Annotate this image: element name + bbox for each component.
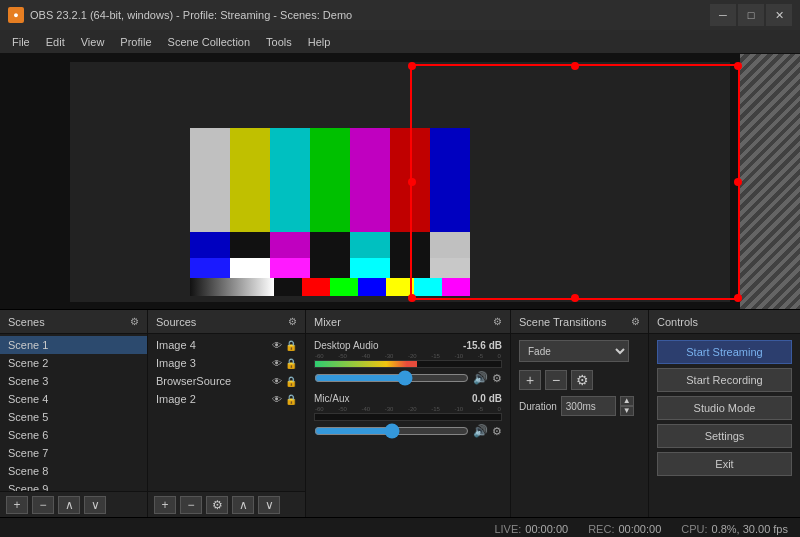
mixer-panel: Mixer ⚙ Desktop Audio -15.6 dB -60-50-40… <box>306 310 511 517</box>
eye-icon[interactable]: 👁 <box>272 358 282 369</box>
sources-panel: Sources ⚙ Image 4 👁 🔒 Image 3 👁 🔒 Browse… <box>148 310 306 517</box>
lock-icon[interactable]: 🔒 <box>285 394 297 405</box>
sources-list: Image 4 👁 🔒 Image 3 👁 🔒 BrowserSource 👁 … <box>148 334 305 491</box>
transition-settings-button[interactable]: ⚙ <box>571 370 593 390</box>
move-scene-down-button[interactable]: ∨ <box>84 496 106 514</box>
desktop-audio-db: -15.6 dB <box>463 340 502 351</box>
sources-footer: + − ⚙ ∧ ∨ <box>148 491 305 517</box>
titlebar: ● OBS 23.2.1 (64-bit, windows) - Profile… <box>0 0 800 30</box>
menu-edit[interactable]: Edit <box>38 31 73 53</box>
source-settings-button[interactable]: ⚙ <box>206 496 228 514</box>
meter-ticks: -60-50-40-30-20-15-10-50 <box>314 353 502 359</box>
scenes-footer: + − ∧ ∨ <box>0 491 147 517</box>
list-item[interactable]: Scene 7 <box>0 444 147 462</box>
duration-input[interactable] <box>561 396 616 416</box>
desktop-audio-label: Desktop Audio <box>314 340 379 351</box>
mic-aux-slider[interactable] <box>314 425 469 437</box>
list-item[interactable]: Scene 2 <box>0 354 147 372</box>
list-item[interactable]: Scene 1 <box>0 336 147 354</box>
desktop-audio-mute-button[interactable]: 🔊 <box>473 371 488 385</box>
cpu-label: CPU: <box>681 523 707 535</box>
sources-panel-icon[interactable]: ⚙ <box>288 316 297 327</box>
hatch-pattern <box>740 54 800 310</box>
remove-scene-button[interactable]: − <box>32 496 54 514</box>
preview-area <box>0 54 800 310</box>
remove-transition-button[interactable]: − <box>545 370 567 390</box>
controls-panel-header: Controls <box>649 310 800 334</box>
cpu-status: CPU: 0.8%, 30.00 fps <box>681 523 788 535</box>
transitions-panel-title: Scene Transitions <box>519 316 606 328</box>
minimize-button[interactable]: ─ <box>710 4 736 26</box>
rec-value: 00:00:00 <box>618 523 661 535</box>
exit-button[interactable]: Exit <box>657 452 792 476</box>
move-source-up-button[interactable]: ∧ <box>232 496 254 514</box>
statusbar: LIVE: 00:00:00 REC: 00:00:00 CPU: 0.8%, … <box>0 517 800 537</box>
list-item[interactable]: Image 2 👁 🔒 <box>148 390 305 408</box>
list-item[interactable]: BrowserSource 👁 🔒 <box>148 372 305 390</box>
menu-tools[interactable]: Tools <box>258 31 300 53</box>
window-title: OBS 23.2.1 (64-bit, windows) - Profile: … <box>30 9 710 21</box>
list-item[interactable]: Scene 8 <box>0 462 147 480</box>
start-streaming-button[interactable]: Start Streaming <box>657 340 792 364</box>
add-scene-button[interactable]: + <box>6 496 28 514</box>
start-recording-button[interactable]: Start Recording <box>657 368 792 392</box>
lock-icon[interactable]: 🔒 <box>285 376 297 387</box>
list-item[interactable]: Scene 9 <box>0 480 147 491</box>
desktop-audio-settings-icon[interactable]: ⚙ <box>492 372 502 385</box>
move-scene-up-button[interactable]: ∧ <box>58 496 80 514</box>
scenes-panel-icon[interactable]: ⚙ <box>130 316 139 327</box>
scenes-list: Scene 1 Scene 2 Scene 3 Scene 4 Scene 5 … <box>0 334 147 491</box>
transitions-panel: Scene Transitions ⚙ Fade Cut Swipe Slide… <box>511 310 649 517</box>
list-item[interactable]: Image 4 👁 🔒 <box>148 336 305 354</box>
transition-select-row: Fade Cut Swipe Slide Stinger Luma Wipe <box>511 336 648 366</box>
list-item[interactable]: Scene 4 <box>0 390 147 408</box>
mixer-content: Desktop Audio -15.6 dB -60-50-40-30-20-1… <box>306 334 510 517</box>
source-name: BrowserSource <box>156 375 231 387</box>
duration-down-button[interactable]: ▼ <box>620 406 634 416</box>
mixer-panel-icon[interactable]: ⚙ <box>493 316 502 327</box>
close-button[interactable]: ✕ <box>766 4 792 26</box>
remove-source-button[interactable]: − <box>180 496 202 514</box>
eye-icon[interactable]: 👁 <box>272 394 282 405</box>
mic-aux-mute-button[interactable]: 🔊 <box>473 424 488 438</box>
transitions-content: Fade Cut Swipe Slide Stinger Luma Wipe +… <box>511 334 648 517</box>
preview-canvas <box>70 62 730 302</box>
menu-help[interactable]: Help <box>300 31 339 53</box>
lock-icon[interactable]: 🔒 <box>285 358 297 369</box>
list-item[interactable]: Scene 3 <box>0 372 147 390</box>
list-item[interactable]: Scene 6 <box>0 426 147 444</box>
transitions-panel-icon[interactable]: ⚙ <box>631 316 640 327</box>
list-item[interactable]: Image 3 👁 🔒 <box>148 354 305 372</box>
transition-select[interactable]: Fade Cut Swipe Slide Stinger Luma Wipe <box>519 340 629 362</box>
eye-icon[interactable]: 👁 <box>272 340 282 351</box>
source-name: Image 2 <box>156 393 196 405</box>
move-source-down-button[interactable]: ∨ <box>258 496 280 514</box>
desktop-audio-slider[interactable] <box>314 372 469 384</box>
scenes-panel: Scenes ⚙ Scene 1 Scene 2 Scene 3 Scene 4… <box>0 310 148 517</box>
color-bars-ramp <box>190 278 470 296</box>
menu-view[interactable]: View <box>73 31 113 53</box>
settings-button[interactable]: Settings <box>657 424 792 448</box>
menu-file[interactable]: File <box>4 31 38 53</box>
duration-label: Duration <box>519 401 557 412</box>
duration-spinner: ▲ ▼ <box>620 396 634 416</box>
maximize-button[interactable]: □ <box>738 4 764 26</box>
rec-label: REC: <box>588 523 614 535</box>
menu-profile[interactable]: Profile <box>112 31 159 53</box>
eye-icon[interactable]: 👁 <box>272 376 282 387</box>
add-source-button[interactable]: + <box>154 496 176 514</box>
desktop-audio-slider-row: 🔊 ⚙ <box>314 371 502 385</box>
sources-panel-header: Sources ⚙ <box>148 310 305 334</box>
color-bars <box>190 128 470 258</box>
menu-scene-collection[interactable]: Scene Collection <box>160 31 259 53</box>
list-item[interactable]: Scene 5 <box>0 408 147 426</box>
studio-mode-button[interactable]: Studio Mode <box>657 396 792 420</box>
add-transition-button[interactable]: + <box>519 370 541 390</box>
live-label: LIVE: <box>494 523 521 535</box>
duration-up-button[interactable]: ▲ <box>620 396 634 406</box>
lock-icon[interactable]: 🔒 <box>285 340 297 351</box>
source-name: Image 3 <box>156 357 196 369</box>
mic-aux-settings-icon[interactable]: ⚙ <box>492 425 502 438</box>
source-name: Image 4 <box>156 339 196 351</box>
mic-aux-meter <box>314 413 502 421</box>
